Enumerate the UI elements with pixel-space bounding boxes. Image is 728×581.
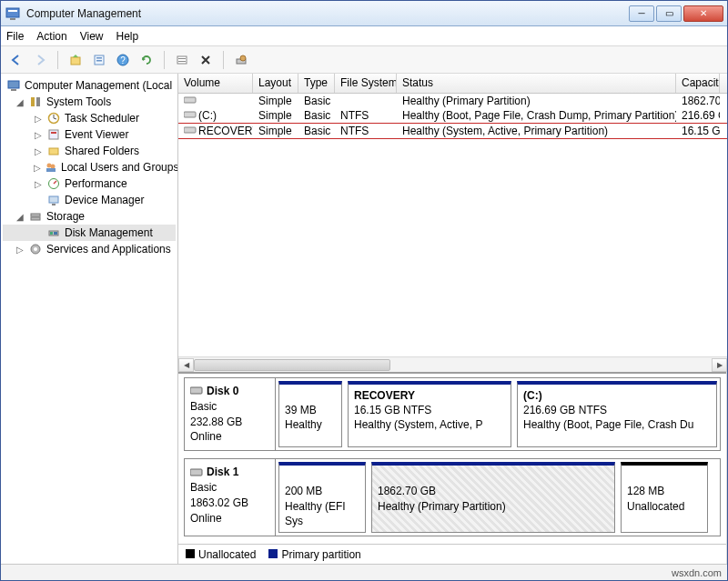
tree-system-tools[interactable]: ◢System Tools	[3, 94, 176, 110]
expand-icon[interactable]: ▷	[34, 179, 43, 189]
tree-task-scheduler[interactable]: ▷Task Scheduler	[3, 110, 176, 126]
cell: Basic	[298, 125, 335, 137]
partition[interactable]: 39 MB Healthy	[278, 381, 342, 447]
col-layout[interactable]: Layout	[253, 74, 298, 93]
tree-root[interactable]: Computer Management (Local	[3, 77, 176, 94]
cell: NTFS	[335, 125, 397, 137]
scroll-left-icon[interactable]: ◀	[178, 358, 194, 372]
up-icon[interactable]	[66, 50, 86, 70]
svg-rect-10	[178, 58, 186, 59]
col-fs[interactable]: File System	[335, 74, 397, 93]
expand-icon[interactable]: ▷	[34, 130, 43, 140]
part-size: 200 MB	[285, 484, 359, 498]
app-icon	[5, 5, 21, 22]
volume-list[interactable]: Simple Basic Healthy (Primary Partition)…	[178, 94, 727, 137]
refresh-icon[interactable]	[136, 50, 157, 70]
disk-icon	[190, 386, 203, 396]
disk-block[interactable]: Disk 0 Basic 232.88 GB Online 39 MB Heal…	[184, 377, 721, 451]
menu-view[interactable]: View	[80, 30, 104, 43]
help-icon[interactable]: ?	[113, 50, 133, 70]
col-volume[interactable]: Volume	[178, 74, 253, 93]
tree-services-apps[interactable]: ▷Services and Applications	[3, 241, 176, 257]
disk-state: Online	[190, 511, 269, 526]
col-capacity[interactable]: Capacit	[676, 74, 720, 93]
expand-icon[interactable]: ▷	[34, 163, 41, 173]
col-type[interactable]: Type	[298, 74, 335, 93]
disk-block[interactable]: Disk 1 Basic 1863.02 GB Online 200 MB He…	[184, 458, 721, 536]
expand-icon[interactable]: ▷	[34, 146, 43, 156]
legend: Unallocated Primary partition	[178, 544, 726, 564]
expand-icon[interactable]: ▷	[34, 114, 43, 124]
volume-row[interactable]: (C:) Simple Basic NTFS Healthy (Boot, Pa…	[178, 108, 727, 123]
tree-performance[interactable]: ▷Performance	[3, 175, 176, 192]
collapse-icon[interactable]: ◢	[15, 97, 25, 107]
disk-type: Basic	[190, 399, 269, 415]
part-status: Healthy (Primary Partition)	[378, 499, 609, 514]
folder-icon	[46, 144, 61, 158]
legend-primary: Primary partition	[268, 548, 360, 561]
menu-file[interactable]: File	[6, 30, 24, 43]
tree-local-users[interactable]: ▷Local Users and Groups	[3, 159, 176, 175]
tree-device-manager[interactable]: Device Manager	[3, 192, 176, 208]
partition[interactable]: 200 MB Healthy (EFI Sys	[278, 462, 366, 533]
tools-icon	[28, 95, 43, 109]
delete-icon[interactable]	[196, 50, 216, 70]
volume-icon	[184, 95, 197, 105]
cell: Simple	[253, 125, 298, 137]
tree-storage[interactable]: ◢Storage	[3, 208, 176, 225]
volume-hscrollbar[interactable]: ◀ ▶	[178, 356, 727, 372]
tree-label: Performance	[65, 177, 127, 190]
svg-rect-19	[49, 130, 58, 139]
svg-rect-26	[49, 196, 58, 203]
tree-event-viewer[interactable]: ▷Event Viewer	[3, 126, 176, 143]
svg-point-13	[240, 55, 246, 61]
expand-icon[interactable]: ▷	[15, 245, 25, 255]
disk-partitions: 39 MB Healthy RECOVERY 16.15 GB NTFS Hea…	[276, 378, 720, 450]
tree-label: Event Viewer	[65, 128, 128, 141]
menu-action[interactable]: Action	[36, 30, 66, 43]
properties-icon[interactable]	[89, 50, 109, 70]
forward-button[interactable]	[30, 50, 50, 70]
scroll-thumb[interactable]	[194, 359, 390, 371]
volume-row[interactable]: Simple Basic Healthy (Primary Partition)…	[178, 94, 727, 108]
svg-rect-24	[46, 168, 56, 172]
partition[interactable]: (C:) 216.69 GB NTFS Healthy (Boot, Page …	[517, 381, 717, 447]
cell: Healthy (System, Active, Primary Partiti…	[397, 125, 676, 137]
main-panel: Volume Layout Type File System Status Ca…	[178, 74, 727, 564]
tree-label: Shared Folders	[65, 145, 139, 157]
partition-selected[interactable]: 1862.70 GB Healthy (Primary Partition)	[371, 462, 615, 533]
close-button[interactable]: ✕	[683, 5, 723, 22]
cell: Basic	[298, 95, 335, 107]
tree-label: Device Manager	[65, 194, 144, 206]
disk-icon	[190, 467, 203, 478]
maximize-button[interactable]: ▭	[656, 5, 682, 22]
scroll-right-icon[interactable]: ▶	[712, 358, 727, 372]
partition[interactable]: RECOVERY 16.15 GB NTFS Healthy (System, …	[348, 381, 511, 447]
cell: Simple	[253, 95, 298, 107]
tree-disk-management[interactable]: Disk Management	[3, 225, 176, 241]
svg-rect-27	[52, 204, 56, 205]
menu-help[interactable]: Help	[116, 30, 139, 43]
svg-rect-39	[190, 469, 202, 476]
back-button[interactable]	[6, 50, 26, 70]
svg-rect-15	[11, 89, 16, 91]
disk-partitions: 200 MB Healthy (EFI Sys 1862.70 GB Healt…	[276, 459, 720, 536]
nav-tree[interactable]: Computer Management (Local ◢System Tools…	[1, 74, 178, 564]
svg-rect-0	[6, 8, 19, 17]
minimize-button[interactable]: ─	[629, 5, 654, 22]
svg-rect-11	[178, 61, 186, 62]
disk-settings-icon[interactable]	[231, 50, 251, 70]
volume-icon	[184, 125, 197, 135]
action-list-icon[interactable]	[172, 50, 192, 70]
cell: Healthy (Boot, Page File, Crash Dump, Pr…	[397, 109, 676, 122]
scroll-track[interactable]	[194, 358, 712, 372]
partition-unallocated[interactable]: 128 MB Unallocated	[621, 462, 708, 533]
volume-list-header[interactable]: Volume Layout Type File System Status Ca…	[178, 74, 727, 94]
svg-rect-17	[36, 97, 40, 106]
collapse-icon[interactable]: ◢	[15, 212, 25, 222]
tree-shared-folders[interactable]: ▷Shared Folders	[3, 143, 176, 159]
col-status[interactable]: Status	[397, 74, 676, 93]
svg-rect-20	[51, 132, 56, 134]
volume-icon	[184, 109, 197, 120]
disk-vscrollbar[interactable]	[726, 372, 727, 564]
